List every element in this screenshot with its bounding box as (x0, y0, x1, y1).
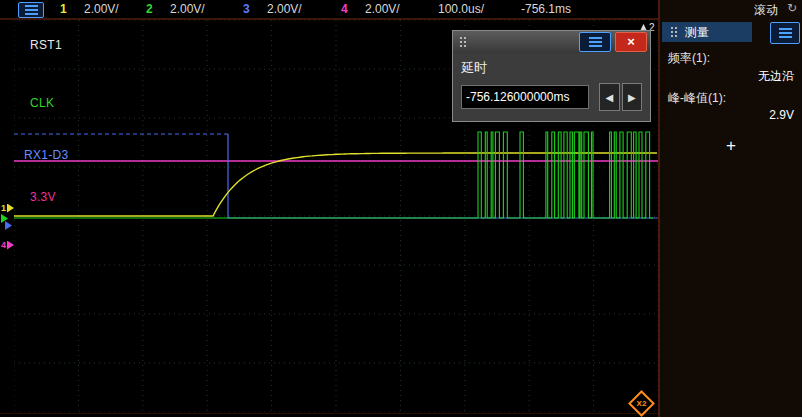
measurement-frequency-label[interactable]: 频率(1): (668, 50, 710, 67)
drag-handle-icon[interactable] (460, 37, 467, 48)
arrow-right-icon (7, 204, 14, 213)
drag-handle-icon[interactable] (671, 27, 678, 38)
increment-button[interactable]: ▶ (622, 83, 643, 111)
dialog-close-button[interactable]: × (615, 32, 647, 52)
chevron-left-icon: ◀ (605, 92, 613, 103)
dialog-menu-button[interactable] (579, 32, 611, 52)
roll-mode-icon: ↻ (787, 1, 797, 15)
add-measurement-button[interactable]: + (660, 136, 802, 156)
measurement-panel: 滚动 ↻ 测量 频率(1): 无边沿 峰-峰值(1): 2.9V + (660, 0, 802, 417)
ch4-number[interactable]: 4 (341, 2, 348, 16)
decrement-button[interactable]: ◀ (599, 83, 620, 111)
delay-value-input[interactable] (461, 85, 589, 109)
menu-icon (589, 41, 602, 43)
bottom-divider (0, 413, 658, 414)
menu-icon (25, 9, 38, 11)
ch4-ground-marker[interactable]: 4 (1, 240, 14, 250)
delay-dialog-title: 延时 (461, 59, 642, 77)
acquisition-mode-button[interactable]: 滚动 (754, 2, 778, 19)
delay-dialog: × 延时 ◀ ▶ (452, 30, 651, 122)
measurement-pkpk-label[interactable]: 峰-峰值(1): (668, 90, 726, 107)
measurement-panel-header[interactable]: 测量 (662, 22, 752, 42)
menu-icon (779, 32, 792, 34)
ch3-ground-marker[interactable] (5, 221, 12, 230)
plus-icon: + (726, 136, 736, 155)
trace-label-33v: 3.3V (30, 190, 56, 204)
trace-label-rst1: RST1 (30, 38, 62, 52)
trace-label-rx1d3: RX1-D3 (24, 148, 68, 162)
chevron-right-icon: ▶ (628, 92, 636, 103)
close-icon: × (627, 34, 635, 50)
delay-readout[interactable]: -756.1ms (521, 2, 571, 16)
ch1-scale[interactable]: 2.00V/ (84, 2, 119, 16)
main-menu-button[interactable] (18, 2, 44, 18)
ch2-number[interactable]: 2 (146, 2, 153, 16)
measurement-frequency-value: 无边沿 (758, 68, 794, 85)
ch2-scale[interactable]: 2.00V/ (170, 2, 205, 16)
ch1-number[interactable]: 1 (60, 2, 67, 16)
panel-title: 测量 (685, 24, 709, 41)
ch3-number[interactable]: 3 (243, 2, 250, 16)
panel-menu-button[interactable] (770, 22, 800, 44)
ch4-scale[interactable]: 2.00V/ (365, 2, 400, 16)
trace-label-clk: CLK (30, 96, 54, 110)
arrow-right-icon (7, 241, 14, 250)
dialog-titlebar[interactable]: × (453, 31, 650, 53)
arrow-right-icon (5, 221, 12, 230)
measurement-pkpk-value: 2.9V (769, 108, 794, 122)
ch1-ground-marker[interactable]: 1 (1, 203, 14, 213)
timebase-readout[interactable]: 100.0us/ (438, 2, 484, 16)
ch3-scale[interactable]: 2.00V/ (267, 2, 302, 16)
